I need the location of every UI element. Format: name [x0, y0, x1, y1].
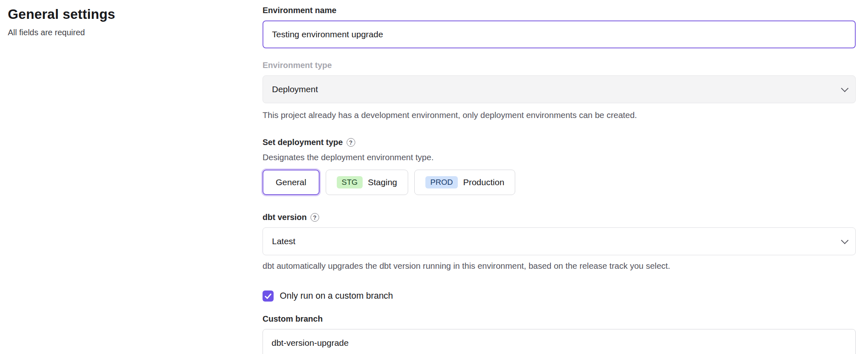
checkmark-icon — [265, 293, 272, 299]
environment-type-label: Environment type — [263, 61, 856, 70]
environment-name-label: Environment name — [263, 6, 856, 15]
dbt-version-helper: dbt automatically upgrades the dbt versi… — [263, 261, 856, 271]
environment-type-helper: This project already has a development e… — [263, 110, 856, 120]
deployment-type-general-button[interactable]: General — [263, 170, 320, 195]
custom-branch-input[interactable] — [263, 329, 856, 354]
deployment-type-options: General STG Staging PROD Production — [263, 170, 856, 195]
chevron-down-icon — [841, 236, 848, 244]
custom-branch-checkbox-label: Only run on a custom branch — [280, 291, 393, 301]
page-title: General settings — [8, 7, 238, 22]
help-icon[interactable]: ? — [347, 138, 355, 147]
dbt-version-label-row: dbt version ? — [263, 213, 856, 222]
deployment-type-production-label: Production — [463, 177, 504, 187]
dbt-version-label: dbt version — [263, 213, 307, 222]
custom-branch-checkbox-row[interactable]: Only run on a custom branch — [263, 290, 856, 302]
dbt-version-select[interactable]: Latest — [263, 227, 856, 255]
settings-header: General settings All fields are required — [8, 7, 238, 37]
general-settings-page: General settings All fields are required… — [0, 0, 868, 354]
deployment-type-label-row: Set deployment type ? — [263, 138, 856, 147]
custom-branch-label: Custom branch — [263, 314, 856, 324]
environment-settings-form: Environment name Environment type Deploy… — [263, 6, 856, 354]
environment-type-select[interactable]: Deployment — [263, 75, 856, 103]
deployment-type-general-label: General — [276, 177, 306, 187]
help-icon[interactable]: ? — [311, 213, 319, 222]
deployment-type-staging-button[interactable]: STG Staging — [326, 170, 408, 195]
deployment-type-label: Set deployment type — [263, 138, 343, 147]
page-subtitle: All fields are required — [8, 28, 238, 37]
deployment-type-staging-label: Staging — [368, 177, 397, 187]
staging-badge: STG — [337, 176, 363, 188]
environment-name-input[interactable] — [263, 20, 856, 48]
chevron-down-icon — [841, 84, 848, 92]
environment-type-value: Deployment — [272, 84, 318, 94]
deployment-type-description: Designates the deployment environment ty… — [263, 152, 856, 162]
custom-branch-checkbox[interactable] — [263, 290, 274, 302]
dbt-version-value: Latest — [272, 236, 295, 246]
production-badge: PROD — [425, 176, 458, 188]
deployment-type-production-button[interactable]: PROD Production — [414, 170, 515, 195]
